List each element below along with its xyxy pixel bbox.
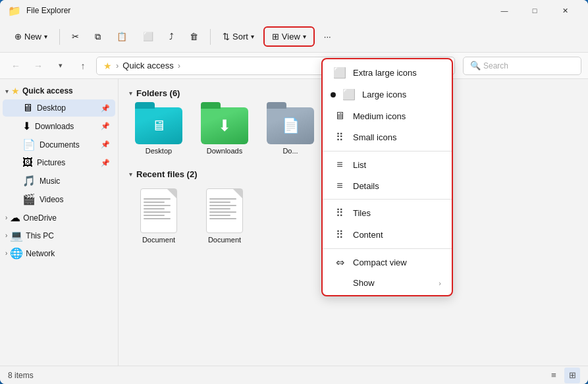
- sidebar-item-downloads[interactable]: ⬇ Downloads 📌: [3, 117, 115, 135]
- compact-icon: ⇔: [333, 256, 346, 269]
- sidebar-item-desktop[interactable]: 🖥 Desktop 📌: [3, 99, 115, 117]
- list-view-button[interactable]: ≡: [546, 368, 562, 383]
- delete-button[interactable]: 🗑: [183, 28, 205, 45]
- forward-button[interactable]: →: [29, 57, 47, 75]
- expand-right-icon: ›: [5, 214, 7, 221]
- share-icon: ⤴: [169, 32, 174, 41]
- sidebar-quick-access-group[interactable]: ▾ ★ Quick access: [0, 83, 118, 99]
- new-button[interactable]: ⊕ New ▾: [8, 28, 54, 45]
- view-button[interactable]: ⊞ View ▾: [265, 28, 313, 45]
- toolbar-separator-2: [210, 29, 211, 45]
- pin-icon-4: 📌: [101, 159, 110, 167]
- download-arrow-icon: ⬇: [218, 117, 231, 135]
- folder-documents[interactable]: 📄 Do...: [261, 103, 320, 159]
- menu-large-icons[interactable]: ⬜ Large icons: [323, 84, 452, 105]
- menu-medium-icons[interactable]: 🖥 Medium icons: [323, 105, 452, 126]
- grid-view-button[interactable]: ⊞: [564, 368, 580, 383]
- large-label: Large icons: [362, 90, 406, 99]
- folder-downloads-icon: ⬇: [201, 107, 248, 144]
- sidebar-item-music[interactable]: 🎵 Music: [3, 172, 115, 190]
- paste-button[interactable]: 📋: [110, 28, 134, 45]
- view-chevron-icon: ▾: [303, 33, 306, 40]
- content-label: Content: [353, 230, 383, 240]
- details-icon: ≡: [333, 180, 346, 192]
- medium-icon: 🖥: [333, 110, 346, 122]
- doc-icon-1: [140, 188, 177, 233]
- network-icon: 🌐: [10, 247, 23, 260]
- folder-desktop[interactable]: 🖥 Desktop: [129, 103, 188, 159]
- sidebar-network-label: Network: [26, 249, 55, 258]
- doc-line: [209, 211, 236, 213]
- active-bullet: [331, 92, 336, 97]
- menu-compact-view[interactable]: ⇔ Compact view: [323, 252, 452, 273]
- tiles-label: Tiles: [353, 208, 371, 218]
- close-button[interactable]: ✕: [550, 0, 580, 21]
- extra-large-label: Extra large icons: [353, 68, 417, 78]
- view-button-wrapper: ⊞ View ▾: [263, 26, 315, 47]
- tiles-icon: ⠿: [333, 207, 346, 219]
- sidebar-item-pictures[interactable]: 🖼 Pictures 📌: [3, 154, 115, 171]
- menu-list[interactable]: ≡ List: [323, 154, 452, 175]
- folder-desktop-name: Desktop: [146, 147, 172, 155]
- doc-line: [209, 215, 230, 216]
- sidebar-thispc-group[interactable]: › 💻 This PC: [0, 227, 118, 244]
- monitor-icon: 🖥: [151, 117, 166, 134]
- cut-button[interactable]: ✂: [65, 28, 86, 45]
- folders-section-title: Folders (6): [136, 88, 180, 98]
- more-button[interactable]: ···: [317, 28, 338, 45]
- menu-content[interactable]: ⠿ Content: [323, 224, 452, 246]
- downloads-label: Downloads: [35, 122, 97, 131]
- file-doc2[interactable]: Document: [195, 184, 254, 248]
- sidebar-item-videos[interactable]: 🎬 Videos: [3, 190, 115, 208]
- folder-shape-documents: 📄: [267, 107, 314, 144]
- menu-details[interactable]: ≡ Details: [323, 175, 452, 196]
- sidebar-item-documents[interactable]: 📄 Documents 📌: [3, 136, 115, 153]
- videos-icon: 🎬: [22, 193, 36, 206]
- app-icon: 📁: [8, 5, 21, 17]
- sidebar-onedrive-group[interactable]: › ☁ OneDrive: [0, 209, 118, 227]
- menu-show[interactable]: Show ›: [323, 273, 452, 292]
- window-title: File Explorer: [26, 6, 484, 15]
- expand-nav-button[interactable]: ▾: [51, 57, 70, 75]
- content-icon: ⠿: [333, 229, 346, 241]
- sort-icon: ⇅: [223, 32, 230, 41]
- item-count: 8 items: [8, 371, 34, 380]
- statusbar: 8 items ≡ ⊞: [0, 366, 588, 384]
- search-box[interactable]: 🔍 Search: [463, 57, 581, 75]
- folder-downloads-name: Downloads: [207, 147, 242, 155]
- path-quick-access: Quick access: [122, 61, 173, 70]
- view-label: View: [282, 32, 300, 41]
- doc-line: [144, 211, 171, 213]
- rename-button[interactable]: ⬜: [136, 28, 160, 45]
- sidebar-network-group[interactable]: › 🌐 Network: [0, 244, 118, 262]
- desktop-label: Desktop: [37, 103, 97, 113]
- up-button[interactable]: ↑: [74, 57, 92, 75]
- minimize-button[interactable]: —: [489, 0, 520, 21]
- music-icon: 🎵: [22, 175, 36, 187]
- menu-tiles[interactable]: ⠿ Tiles: [323, 202, 452, 224]
- expand-right-icon-2: ›: [5, 232, 7, 239]
- list-label: List: [353, 160, 366, 170]
- main-content: ▾ ★ Quick access 🖥 Desktop 📌 ⬇ Downloads…: [0, 79, 588, 366]
- menu-small-icons[interactable]: ⠿ Small icons: [323, 126, 452, 148]
- copy-button[interactable]: ⧉: [88, 28, 107, 45]
- menu-separator-2: [323, 199, 452, 200]
- folder-downloads[interactable]: ⬇ Downloads: [195, 103, 254, 159]
- documents-label: Documents: [40, 140, 97, 150]
- menu-separator-1: [323, 151, 452, 151]
- recent-expand-icon[interactable]: ▾: [129, 171, 132, 178]
- folders-expand-icon[interactable]: ▾: [129, 90, 132, 97]
- back-button[interactable]: ←: [7, 57, 25, 75]
- path-separator: ›: [116, 61, 119, 70]
- sort-button[interactable]: ⇅ Sort ▾: [216, 28, 261, 45]
- window-controls: — □ ✕: [489, 0, 580, 21]
- more-icon: ···: [324, 32, 331, 41]
- maximize-button[interactable]: □: [520, 0, 550, 21]
- file-doc1[interactable]: Document: [129, 184, 188, 248]
- sidebar: ▾ ★ Quick access 🖥 Desktop 📌 ⬇ Downloads…: [0, 79, 119, 366]
- menu-extra-large-icons[interactable]: ⬜ Extra large icons: [323, 62, 452, 84]
- doc-line: [144, 218, 171, 219]
- view-dropdown-menu: ⬜ Extra large icons ⬜ Large icons 🖥 Medi…: [321, 58, 453, 296]
- share-button[interactable]: ⤴: [163, 28, 180, 45]
- folder-documents-icon: 📄: [267, 107, 314, 144]
